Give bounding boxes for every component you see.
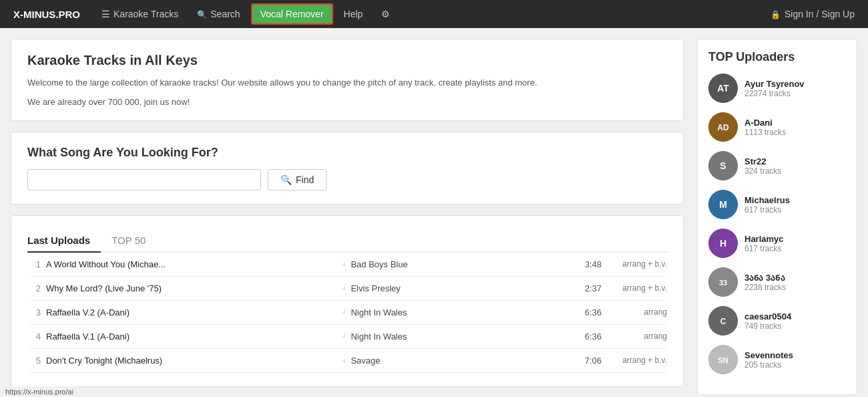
tracks-card: Last Uploads TOP 50 1 A World Without Yo… <box>11 215 684 387</box>
nav-karaoke-tracks[interactable]: Karaoke Tracks <box>93 3 186 25</box>
track-title[interactable]: A World Without You (Michae... <box>46 259 338 269</box>
svg-text:S: S <box>720 160 726 171</box>
hero-title: Karaoke Tracks in All Keys <box>27 53 667 68</box>
uploader-item[interactable]: H Harlamyc 617 tracks <box>708 229 846 258</box>
nav-search[interactable]: Search <box>189 3 248 25</box>
tab-last-uploads[interactable]: Last Uploads <box>27 229 101 253</box>
search-row: 🔍 Find <box>27 169 667 190</box>
uploader-track-count: 617 tracks <box>744 244 784 253</box>
track-number: 2 <box>27 283 41 293</box>
uploader-info: Ayur Tsyrenov 22374 tracks <box>744 79 805 98</box>
auth-link[interactable]: Sign In / Sign Up <box>771 9 855 19</box>
track-artist[interactable]: Night In Wales <box>351 307 570 317</box>
track-tags: arrang + b.v. <box>607 356 667 365</box>
chevron-icon: ‹ <box>343 284 346 292</box>
search-title: What Song Are You Looking For? <box>27 146 667 160</box>
uploader-name: A-Dani <box>744 118 786 128</box>
uploader-info: 3ა6ა 3ა6ა 2238 tracks <box>744 273 786 292</box>
avatar: S <box>708 151 738 180</box>
track-duration: 6:36 <box>575 307 602 317</box>
sidebar: TOP Uploaders AT Ayur Tsyrenov 22374 tra… <box>697 39 857 397</box>
track-artist[interactable]: Savage <box>351 356 570 366</box>
svg-text:C: C <box>720 317 726 326</box>
uploader-track-count: 205 tracks <box>744 360 793 370</box>
table-row: 5 Don't Cry Tonight (Michaelrus) ‹ Savag… <box>27 349 667 373</box>
chevron-icon: ‹ <box>343 332 346 340</box>
nav-help[interactable]: Help <box>336 3 371 25</box>
uploader-info: Michaelrus 617 tracks <box>744 195 790 215</box>
main-nav: Karaoke Tracks Search Vocal Remover Help <box>93 3 768 25</box>
main-column: Karaoke Tracks in All Keys Welcome to th… <box>11 39 684 397</box>
track-title[interactable]: Why Me Lord? (Live June '75) <box>46 283 338 293</box>
gear-icon <box>381 9 390 19</box>
uploader-track-count: 749 tracks <box>744 321 791 331</box>
track-duration: 2:37 <box>575 283 602 293</box>
hero-desc2: We are already over 700 000, join us now… <box>27 97 667 107</box>
svg-text:M: M <box>719 199 727 210</box>
uploader-name: Str22 <box>744 156 781 166</box>
uploader-name: Ayur Tsyrenov <box>744 79 805 89</box>
svg-text:AT: AT <box>717 83 729 94</box>
track-tags: arrang + b.v. <box>607 283 667 293</box>
uploader-item[interactable]: AD A-Dani 1113 tracks <box>708 112 846 142</box>
track-title[interactable]: Raffaella V.1 (A-Dani) <box>46 332 338 342</box>
chevron-icon: ‹ <box>343 356 346 364</box>
top-uploaders-card: TOP Uploaders AT Ayur Tsyrenov 22374 tra… <box>697 39 857 395</box>
table-row: 2 Why Me Lord? (Live June '75) ‹ Elvis P… <box>27 277 667 301</box>
nav-settings[interactable] <box>373 3 398 25</box>
avatar: SN <box>708 345 738 374</box>
site-logo[interactable]: X-MINUS.PRO <box>13 9 80 20</box>
track-artist[interactable]: Night In Wales <box>351 332 570 342</box>
table-row: 3 Raffaella V.2 (A-Dani) ‹ Night In Wale… <box>27 301 667 325</box>
header: X-MINUS.PRO Karaoke Tracks Search Vocal … <box>0 0 868 28</box>
tabs-row: Last Uploads TOP 50 <box>27 229 667 253</box>
menu-icon <box>101 9 110 19</box>
track-duration: 7:06 <box>575 356 602 366</box>
svg-text:SN: SN <box>718 356 728 364</box>
find-search-icon: 🔍 <box>280 174 292 185</box>
uploader-item[interactable]: 33 3ა6ა 3ა6ა 2238 tracks <box>708 267 846 297</box>
chevron-icon: ‹ <box>343 260 346 268</box>
lock-icon <box>771 9 781 19</box>
avatar: H <box>708 229 738 258</box>
sidebar-title: TOP Uploaders <box>708 50 846 64</box>
table-row: 1 A World Without You (Michae... ‹ Bad B… <box>27 253 667 277</box>
track-tags: arrang <box>607 332 667 341</box>
uploader-info: A-Dani 1113 tracks <box>744 118 786 137</box>
uploader-item[interactable]: SN Sevennotes 205 tracks <box>708 345 846 374</box>
uploader-info: Harlamyc 617 tracks <box>744 234 784 253</box>
uploader-item[interactable]: M Michaelrus 617 tracks <box>708 190 846 219</box>
uploader-item[interactable]: AT Ayur Tsyrenov 22374 tracks <box>708 74 846 103</box>
uploader-name: Sevennotes <box>744 350 793 360</box>
uploader-info: caesar0504 749 tracks <box>744 311 791 331</box>
track-artist[interactable]: Elvis Presley <box>351 283 570 293</box>
avatar: M <box>708 190 738 219</box>
uploader-info: Str22 324 tracks <box>744 156 781 176</box>
avatar: AT <box>708 74 738 103</box>
nav-vocal-remover[interactable]: Vocal Remover <box>251 3 333 25</box>
track-title[interactable]: Don't Cry Tonight (Michaelrus) <box>46 356 338 366</box>
uploader-track-count: 324 tracks <box>744 166 781 176</box>
track-number: 1 <box>27 259 41 269</box>
svg-text:H: H <box>720 238 726 249</box>
uploader-item[interactable]: S Str22 324 tracks <box>708 151 846 180</box>
uploader-track-count: 2238 tracks <box>744 283 786 292</box>
uploader-name: caesar0504 <box>744 311 791 321</box>
search-input[interactable] <box>27 169 261 190</box>
avatar: C <box>708 306 738 336</box>
page-content: Karaoke Tracks in All Keys Welcome to th… <box>0 28 868 397</box>
track-tags: arrang + b.v. <box>607 259 667 269</box>
track-number: 5 <box>27 356 41 366</box>
track-title[interactable]: Raffaella V.2 (A-Dani) <box>46 307 338 317</box>
track-number: 3 <box>27 307 41 317</box>
uploader-item[interactable]: C caesar0504 749 tracks <box>708 306 846 336</box>
track-artist[interactable]: Bad Boys Blue <box>351 259 570 269</box>
hero-card: Karaoke Tracks in All Keys Welcome to th… <box>11 39 684 121</box>
uploader-name: Harlamyc <box>744 234 784 244</box>
avatar: AD <box>708 112 738 142</box>
uploader-name: 3ა6ა 3ა6ა <box>744 273 786 283</box>
track-duration: 6:36 <box>575 332 602 342</box>
find-button[interactable]: 🔍 Find <box>268 169 327 190</box>
track-tags: arrang <box>607 307 667 317</box>
tab-top-50[interactable]: TOP 50 <box>112 229 156 251</box>
